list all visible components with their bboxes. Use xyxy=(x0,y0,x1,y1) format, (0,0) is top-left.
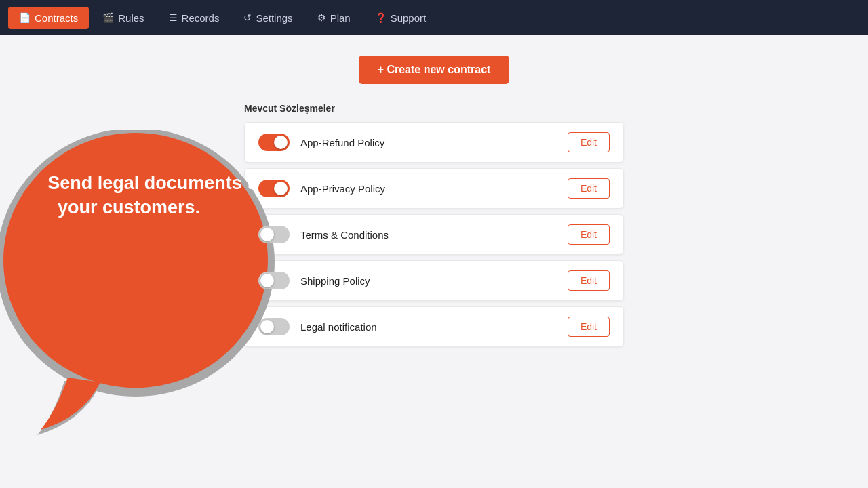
bubble-text-container: Send legal documents to your customers. xyxy=(20,171,264,220)
contract-card-shipping: Shipping PolicyEdit xyxy=(244,260,624,301)
create-contract-button[interactable]: + Create new contract xyxy=(359,56,510,84)
support-icon: ❓ xyxy=(375,12,387,23)
nav-contracts[interactable]: 📄 Contracts xyxy=(8,7,89,29)
contract-left-terms: Terms & Conditions xyxy=(258,226,389,243)
records-icon: ☰ xyxy=(169,12,178,23)
edit-button-terms[interactable]: Edit xyxy=(568,224,610,245)
edit-button-shipping[interactable]: Edit xyxy=(568,270,610,291)
edit-button-legal[interactable]: Edit xyxy=(568,317,610,337)
contract-left-refund: App-Refund Policy xyxy=(258,134,384,151)
nav-settings[interactable]: ↺ Settings xyxy=(233,7,303,29)
nav-records-label: Records xyxy=(182,12,220,24)
speech-bubble-wrapper: Send legal documents to your customers. xyxy=(0,130,298,445)
contract-left-shipping: Shipping Policy xyxy=(258,272,370,289)
nav-contracts-label: Contracts xyxy=(35,12,78,24)
navbar: 📄 Contracts 🎬 Rules ☰ Records ↺ Settings… xyxy=(0,0,868,35)
edit-button-privacy[interactable]: Edit xyxy=(568,178,610,199)
nav-plan-label: Plan xyxy=(330,12,351,24)
toggle-privacy[interactable] xyxy=(258,180,290,197)
toggle-terms[interactable] xyxy=(258,226,290,243)
contract-card-legal: Legal notificationEdit xyxy=(244,306,624,347)
contract-card-privacy: App-Privacy PolicyEdit xyxy=(244,168,624,209)
toggle-refund[interactable] xyxy=(258,134,290,151)
create-button-wrapper: + Create new contract xyxy=(14,56,854,84)
toggle-legal[interactable] xyxy=(258,318,290,336)
contract-name-legal: Legal notification xyxy=(300,321,377,333)
nav-plan[interactable]: ⚙ Plan xyxy=(307,7,361,29)
contract-card-refund: App-Refund PolicyEdit xyxy=(244,122,624,163)
nav-records[interactable]: ☰ Records xyxy=(158,7,231,29)
rules-icon: 🎬 xyxy=(102,12,114,23)
toggle-shipping[interactable] xyxy=(258,272,290,289)
settings-icon: ↺ xyxy=(243,12,252,23)
nav-rules[interactable]: 🎬 Rules xyxy=(92,7,155,29)
contract-name-privacy: App-Privacy Policy xyxy=(300,183,385,195)
main-content: Send legal documents to your customers. … xyxy=(0,35,868,488)
contracts-icon: 📄 xyxy=(19,12,31,23)
plan-icon: ⚙ xyxy=(317,12,326,23)
contract-name-shipping: Shipping Policy xyxy=(300,275,370,287)
contracts-section: Mevcut Sözleşmeler App-Refund PolicyEdit… xyxy=(244,103,624,347)
nav-support[interactable]: ❓ Support xyxy=(364,7,437,29)
section-title: Mevcut Sözleşmeler xyxy=(244,103,624,114)
contract-card-terms: Terms & ConditionsEdit xyxy=(244,214,624,255)
contract-left-privacy: App-Privacy Policy xyxy=(258,180,385,197)
contracts-list: App-Refund PolicyEditApp-Privacy PolicyE… xyxy=(244,122,624,347)
edit-button-refund[interactable]: Edit xyxy=(568,132,610,152)
nav-rules-label: Rules xyxy=(118,12,144,24)
nav-support-label: Support xyxy=(391,12,427,24)
contract-name-terms: Terms & Conditions xyxy=(300,229,389,241)
contract-name-refund: App-Refund Policy xyxy=(300,137,384,148)
nav-settings-label: Settings xyxy=(256,12,292,24)
contract-left-legal: Legal notification xyxy=(258,318,377,336)
